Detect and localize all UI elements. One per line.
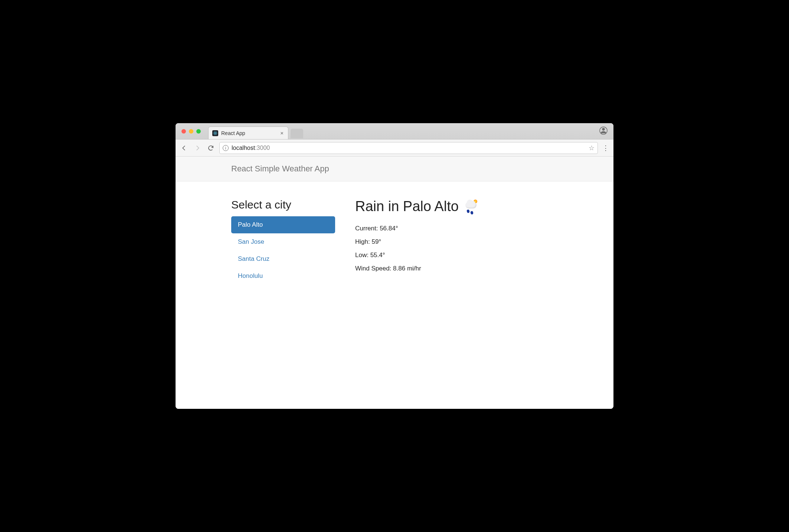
window-close-icon[interactable] — [181, 129, 186, 134]
city-list: Palo Alto San Jose Santa Cruz Honolulu — [231, 216, 335, 285]
bookmark-star-icon[interactable]: ☆ — [589, 144, 595, 152]
site-info-icon[interactable]: i — [223, 145, 229, 151]
stat-current: Current: 56.84° — [355, 225, 558, 232]
browser-toolbar: i localhost:3000 ☆ ⋮ — [176, 139, 613, 157]
forward-button[interactable] — [193, 143, 202, 153]
react-favicon-icon — [212, 130, 218, 136]
profile-icon[interactable] — [599, 127, 610, 136]
rain-icon — [463, 199, 479, 214]
main-content: Select a city Palo Alto San Jose Santa C… — [231, 181, 558, 285]
stat-wind: Wind Speed: 8.86 mi/hr — [355, 265, 558, 272]
app-title: React Simple Weather App — [231, 164, 558, 174]
url-host: localhost — [232, 145, 255, 151]
tab-close-icon[interactable]: × — [279, 129, 284, 137]
headline-text: Rain in Palo Alto — [355, 198, 459, 214]
city-item-palo-alto[interactable]: Palo Alto — [231, 216, 335, 233]
browser-menu-icon[interactable]: ⋮ — [602, 144, 610, 152]
app-header: React Simple Weather App — [176, 157, 613, 181]
weather-stats: Current: 56.84° High: 59° Low: 55.4° Win… — [355, 225, 558, 272]
url-text: localhost:3000 — [232, 145, 270, 151]
back-button[interactable] — [179, 143, 189, 153]
url-port: :3000 — [255, 145, 270, 151]
window-maximize-icon[interactable] — [196, 129, 201, 134]
address-bar[interactable]: i localhost:3000 ☆ — [219, 142, 598, 154]
stat-low: Low: 55.4° — [355, 252, 558, 259]
city-item-san-jose[interactable]: San Jose — [231, 233, 335, 250]
svg-point-1 — [213, 132, 217, 134]
stat-high: High: 59° — [355, 238, 558, 246]
page-viewport: React Simple Weather App Select a city P… — [176, 157, 613, 409]
city-item-honolulu[interactable]: Honolulu — [231, 267, 335, 285]
tab-title: React App — [221, 130, 245, 136]
browser-window: React App × i localhost:3000 ☆ ⋮ — [176, 123, 613, 409]
city-item-santa-cruz[interactable]: Santa Cruz — [231, 250, 335, 267]
window-minimize-icon[interactable] — [189, 129, 193, 134]
city-sidebar: Select a city Palo Alto San Jose Santa C… — [231, 198, 335, 285]
reload-button[interactable] — [206, 143, 216, 153]
browser-tab[interactable]: React App × — [208, 127, 288, 139]
weather-detail: Rain in Palo Alto Current: 56.84° High: … — [355, 198, 558, 285]
new-tab-button[interactable] — [291, 129, 303, 138]
window-controls — [181, 129, 201, 134]
weather-headline: Rain in Palo Alto — [355, 198, 558, 214]
tab-strip: React App × — [176, 123, 613, 139]
sidebar-heading: Select a city — [231, 198, 335, 211]
